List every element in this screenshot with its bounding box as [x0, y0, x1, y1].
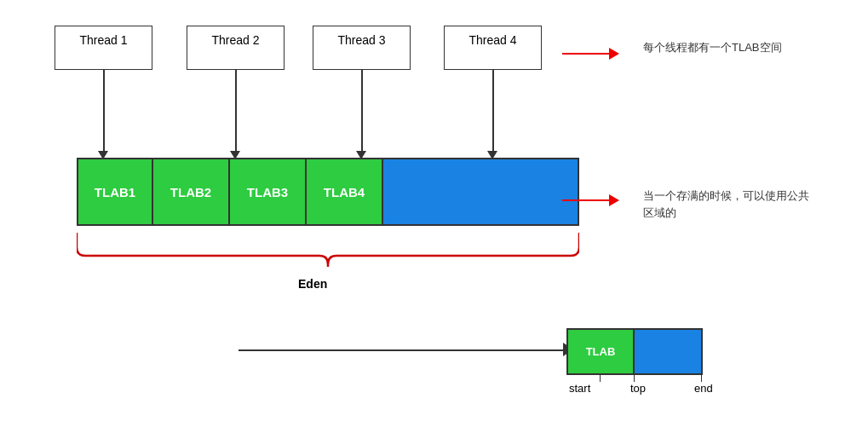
thread-box-2: Thread 2 [187, 26, 285, 70]
start-tick [600, 375, 601, 382]
bottom-arrow-line [239, 349, 566, 351]
mini-tlab-strip: TLAB [566, 328, 703, 375]
eden-label: Eden [298, 277, 327, 291]
top-label: top [630, 382, 646, 395]
thread-3-label: Thread 3 [337, 33, 385, 47]
thread-box-1: Thread 1 [55, 26, 152, 70]
annotation2-text: 当一个存满的时候，可以使用公共 区域的 [643, 188, 809, 221]
thread-box-3: Thread 3 [313, 26, 411, 70]
mini-tlab-green: TLAB [566, 328, 635, 375]
tlab3-cell: TLAB3 [230, 158, 307, 226]
thread-2-label: Thread 2 [211, 33, 259, 47]
thread-box-4: Thread 4 [444, 26, 542, 70]
red-brace-svg [77, 228, 579, 271]
thread-1-label: Thread 1 [79, 33, 127, 47]
top-tick [634, 375, 635, 382]
tlab4-cell: TLAB4 [307, 158, 383, 226]
thread2-arrow-line [235, 70, 237, 151]
start-label: start [569, 382, 590, 395]
tlab-blue-cell [383, 158, 579, 226]
mini-tlab-blue [635, 328, 703, 375]
thread1-arrow-line [103, 70, 105, 151]
end-label: end [694, 382, 713, 395]
annotation1-text: 每个线程都有一个TLAB空间 [643, 39, 782, 56]
diagram: Thread 1 Thread 2 Thread 3 Thread 4 TLAB… [0, 0, 868, 433]
annotation1-arrow [562, 48, 619, 60]
tlab1-cell: TLAB1 [77, 158, 153, 226]
annotation2-arrow [562, 194, 619, 206]
tlab2-cell: TLAB2 [153, 158, 230, 226]
thread3-arrow-line [361, 70, 363, 151]
thread4-arrow-line [492, 70, 494, 151]
tlab-strip: TLAB1 TLAB2 TLAB3 TLAB4 [77, 158, 579, 226]
end-tick [701, 375, 702, 382]
thread-4-label: Thread 4 [468, 33, 516, 47]
